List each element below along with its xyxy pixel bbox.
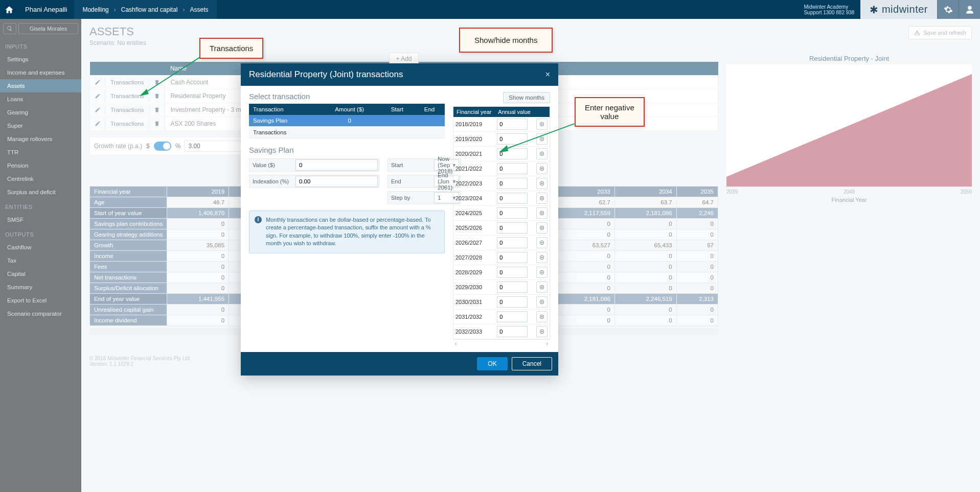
annual-value-row: 2025/2026 (453, 221, 550, 236)
annual-value-input[interactable] (497, 207, 528, 219)
snowflake-icon: ✱ (870, 4, 879, 16)
plan-title: Savings Plan (249, 146, 445, 154)
add-month-icon[interactable] (536, 326, 548, 337)
cancel-button[interactable]: Cancel (512, 357, 552, 370)
annual-value-input[interactable] (497, 237, 528, 248)
modal-header: Residential Property (Joint) transaction… (241, 63, 558, 86)
annual-value-input[interactable] (497, 311, 528, 322)
indexation-row: Indexation (%) (249, 175, 379, 188)
add-month-icon[interactable] (536, 193, 548, 204)
annual-value-input[interactable] (497, 222, 528, 233)
contact-info: Midwinter Academy Support 1300 882 938 (797, 0, 860, 19)
annual-value-row: 2022/2023 (453, 176, 550, 191)
chevron-right-icon: › (183, 6, 185, 13)
add-month-icon[interactable] (536, 207, 548, 219)
top-bar: Phani Anepalli Modelling › Cashflow and … (0, 0, 980, 19)
fy-label: 2023/2024 (453, 191, 495, 206)
close-icon[interactable]: × (545, 70, 550, 79)
annual-value-row: 2029/2030 (453, 280, 550, 295)
add-month-icon[interactable] (536, 119, 548, 130)
annual-value-input[interactable] (497, 282, 528, 293)
breadcrumb-cashflow[interactable]: Cashflow and capital (121, 6, 178, 13)
select-transaction-table: Transaction Amount ($) Start End Savings… (249, 104, 445, 138)
annual-value-input[interactable] (497, 119, 528, 130)
ok-button[interactable]: OK (477, 357, 507, 370)
annual-value-row: 2026/2027 (453, 236, 550, 250)
transaction-row-savings-plan[interactable]: Savings Plan 0 (249, 115, 445, 127)
annual-value-input[interactable] (497, 178, 528, 189)
annual-value-input[interactable] (497, 252, 528, 263)
fy-label: 2021/2022 (453, 161, 495, 176)
select-transaction-title: Select transaction (249, 92, 445, 101)
add-month-icon[interactable] (536, 282, 548, 293)
annual-value-row: 2020/2021 (453, 147, 550, 161)
annual-value-input[interactable] (497, 326, 528, 337)
modal-title: Residential Property (Joint) transaction… (249, 69, 403, 80)
annual-value-row: 2027/2028 (453, 250, 550, 265)
annual-value-input[interactable] (497, 148, 528, 159)
annual-value-row: 2018/2019 (453, 117, 550, 132)
breadcrumb-assets[interactable]: Assets (190, 6, 209, 13)
annual-value-row: 2031/2032 (453, 310, 550, 324)
fy-label: 2030/2031 (453, 295, 495, 310)
annual-value-row: 2019/2020 (453, 132, 550, 147)
breadcrumb-modelling[interactable]: Modelling (82, 6, 108, 13)
add-month-icon[interactable] (536, 133, 548, 145)
home-icon[interactable] (0, 0, 18, 19)
annual-value-hscroll[interactable]: ‹› (453, 340, 550, 347)
add-month-icon[interactable] (536, 252, 548, 263)
fy-label: 2019/2020 (453, 132, 495, 147)
chevron-right-icon[interactable]: › (546, 341, 548, 346)
add-month-icon[interactable] (536, 311, 548, 322)
transaction-row-transactions[interactable]: Transactions (249, 127, 445, 138)
callout-show-hide-months: Show/hide months (459, 28, 553, 53)
annual-value-row: 2030/2031 (453, 295, 550, 310)
fy-label: 2027/2028 (453, 250, 495, 265)
user-account-icon[interactable] (959, 0, 980, 19)
info-message: i Monthly transactions can be dollar-bas… (249, 210, 445, 253)
annual-value-row: 2021/2022 (453, 161, 550, 176)
fy-label: 2032/2033 (453, 324, 495, 339)
fy-label: 2025/2026 (453, 221, 495, 236)
annual-value-row: 2028/2029 (453, 265, 550, 280)
fy-label: 2024/2025 (453, 206, 495, 221)
annual-value-row: 2024/2025 (453, 206, 550, 221)
chevron-right-icon: › (114, 6, 116, 13)
settings-gear-icon[interactable] (937, 0, 959, 19)
chevron-left-icon[interactable]: ‹ (455, 341, 457, 346)
add-month-icon[interactable] (536, 148, 548, 159)
start-row: Start Now (Sep 2018)▾ (388, 158, 461, 172)
indexation-input[interactable] (295, 176, 378, 187)
annual-value-input[interactable] (497, 193, 528, 204)
annual-value-row: 2023/2024 (453, 191, 550, 206)
annual-value-input[interactable] (497, 133, 528, 145)
value-row: Value ($) (249, 158, 379, 172)
add-month-icon[interactable] (536, 267, 548, 278)
show-months-button[interactable]: Show months (503, 92, 550, 103)
info-icon: i (255, 216, 262, 223)
fy-label: 2028/2029 (453, 265, 495, 280)
annual-value-table: Financial year Annual value 2018/2019201… (453, 107, 550, 339)
add-month-icon[interactable] (536, 222, 548, 233)
fy-label: 2029/2030 (453, 280, 495, 295)
annual-value-input[interactable] (497, 267, 528, 278)
modal-footer: OK Cancel (241, 352, 558, 376)
annual-value-input[interactable] (497, 163, 528, 174)
add-month-icon[interactable] (536, 237, 548, 248)
breadcrumb: Modelling › Cashflow and capital › Asset… (74, 0, 216, 19)
step-row: Step by 1▾ (388, 191, 461, 204)
fy-label: 2018/2019 (453, 117, 495, 132)
add-month-icon[interactable] (536, 163, 548, 174)
add-month-icon[interactable] (536, 178, 548, 189)
transactions-modal: Residential Property (Joint) transaction… (241, 63, 558, 376)
academy-link[interactable]: Midwinter Academy (804, 4, 854, 10)
current-user[interactable]: Phani Anepalli (18, 0, 74, 19)
fy-label: 2031/2032 (453, 310, 495, 324)
value-input[interactable] (295, 159, 378, 171)
annual-value-scroll[interactable]: Financial year Annual value 2018/2019201… (453, 106, 550, 340)
callout-negative-value: Enter negativevalue (575, 97, 645, 127)
support-phone: Support 1300 882 938 (804, 10, 854, 15)
annual-value-row: 2032/2033 (453, 324, 550, 339)
add-month-icon[interactable] (536, 296, 548, 308)
annual-value-input[interactable] (497, 296, 528, 308)
